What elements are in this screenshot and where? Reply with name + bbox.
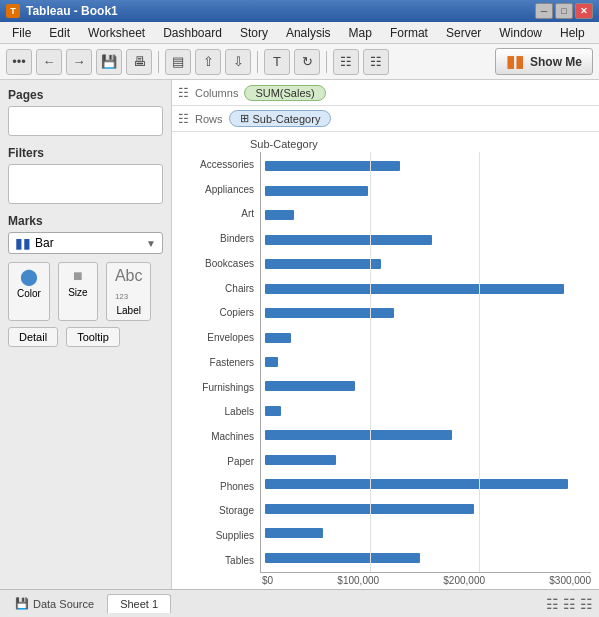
marks-buttons: ⬤ Color ■ Size Abc123 Label <box>8 262 163 321</box>
filters-section: Filters <box>8 146 163 204</box>
bar-row[interactable] <box>265 551 587 565</box>
y-axis-label: Paper <box>180 456 254 467</box>
title-bar: T Tableau - Book1 ─ □ ✕ <box>0 0 599 22</box>
menu-map[interactable]: Map <box>341 24 380 42</box>
menu-help[interactable]: Help <box>552 24 593 42</box>
bar <box>265 406 281 416</box>
menu-dashboard[interactable]: Dashboard <box>155 24 230 42</box>
bar <box>265 430 452 440</box>
bar <box>265 210 294 220</box>
chart-panel: ☷ Columns SUM(Sales) ☷ Rows ⊞ Sub-Catego… <box>172 80 599 589</box>
bar-row[interactable] <box>265 331 587 345</box>
x-axis-tick: $100,000 <box>337 575 379 586</box>
sort-ascending-button[interactable]: ⇧ <box>195 49 221 75</box>
bar <box>265 553 420 563</box>
duplicate-sheet-icon[interactable]: ☷ <box>563 596 576 612</box>
size-button[interactable]: ■ Size <box>58 262 98 321</box>
menu-server[interactable]: Server <box>438 24 489 42</box>
bar-row[interactable] <box>265 428 587 442</box>
bar-row[interactable] <box>265 233 587 247</box>
datasource-label: Data Source <box>33 598 94 610</box>
y-axis-label: Art <box>180 208 254 219</box>
columns-shelf: ☷ Columns SUM(Sales) <box>172 80 599 106</box>
app-icon: T <box>6 4 20 18</box>
new-dashboard-icon[interactable]: ☷ <box>580 596 593 612</box>
menu-worksheet[interactable]: Worksheet <box>80 24 153 42</box>
menu-file[interactable]: File <box>4 24 39 42</box>
datasource-tab[interactable]: 💾 Data Source <box>6 594 103 613</box>
bar-row[interactable] <box>265 355 587 369</box>
rows-pill[interactable]: ⊞ Sub-Category <box>229 110 332 127</box>
sheet1-tab[interactable]: Sheet 1 <box>107 594 171 613</box>
group-button[interactable]: ☷ <box>333 49 359 75</box>
bar <box>265 161 400 171</box>
sort-descending-button[interactable]: ⇩ <box>225 49 251 75</box>
new-sheet-icon[interactable]: ☷ <box>546 596 559 612</box>
menu-story[interactable]: Story <box>232 24 276 42</box>
bar-row[interactable] <box>265 159 587 173</box>
menu-format[interactable]: Format <box>382 24 436 42</box>
y-axis-label: Bookcases <box>180 258 254 269</box>
bar <box>265 235 432 245</box>
plus-icon: ⊞ <box>240 112 249 125</box>
refresh-button[interactable]: ↻ <box>294 49 320 75</box>
bar <box>265 308 394 318</box>
y-axis-label: Chairs <box>180 283 254 294</box>
y-axis-label: Supplies <box>180 530 254 541</box>
mark-type-dropdown[interactable]: ▮▮ Bar ▼ <box>8 232 163 254</box>
bar <box>265 357 278 367</box>
bar-mark-icon: ▮▮ <box>15 235 31 251</box>
cylinder-icon: 💾 <box>15 597 29 610</box>
bar <box>265 479 568 489</box>
left-panel: Pages Filters Marks ▮▮ Bar ▼ ⬤ Color ■ <box>0 80 172 589</box>
save-button[interactable]: 💾 <box>96 49 122 75</box>
bar-row[interactable] <box>265 404 587 418</box>
y-axis-label: Fasteners <box>180 357 254 368</box>
bar-row[interactable] <box>265 208 587 222</box>
menu-edit[interactable]: Edit <box>41 24 78 42</box>
bar-row[interactable] <box>265 526 587 540</box>
bar-row[interactable] <box>265 379 587 393</box>
show-me-button[interactable]: ▮▮ Show Me <box>495 48 593 75</box>
forward-button[interactable]: → <box>66 49 92 75</box>
mark-type-label: Bar <box>35 236 142 250</box>
close-button[interactable]: ✕ <box>575 3 593 19</box>
bar-row[interactable] <box>265 184 587 198</box>
maximize-button[interactable]: □ <box>555 3 573 19</box>
columns-pill[interactable]: SUM(Sales) <box>244 85 325 101</box>
tab-icons: ☷ ☷ ☷ <box>546 596 593 612</box>
pages-section: Pages <box>8 88 163 136</box>
window-title: Tableau - Book1 <box>26 4 118 18</box>
print-button[interactable]: 🖶 <box>126 49 152 75</box>
pages-dropzone[interactable] <box>8 106 163 136</box>
bar-row[interactable] <box>265 477 587 491</box>
menu-analysis[interactable]: Analysis <box>278 24 339 42</box>
x-axis-tick: $200,000 <box>443 575 485 586</box>
minimize-button[interactable]: ─ <box>535 3 553 19</box>
color-label: Color <box>17 288 41 299</box>
y-axis-label: Machines <box>180 431 254 442</box>
label-button[interactable]: Abc123 Label <box>106 262 152 321</box>
y-axis-label: Tables <box>180 555 254 566</box>
color-button[interactable]: ⬤ Color <box>8 262 50 321</box>
hierarchy-button[interactable]: ☷ <box>363 49 389 75</box>
new-data-source-button[interactable]: ••• <box>6 49 32 75</box>
menu-window[interactable]: Window <box>491 24 550 42</box>
bar <box>265 381 355 391</box>
bar-row[interactable] <box>265 453 587 467</box>
bar-row[interactable] <box>265 502 587 516</box>
add-labels-button[interactable]: T <box>264 49 290 75</box>
bar-row[interactable] <box>265 306 587 320</box>
back-button[interactable]: ← <box>36 49 62 75</box>
detail-button[interactable]: Detail <box>8 327 58 347</box>
y-axis-label: Furnishings <box>180 382 254 393</box>
show-summary-card-button[interactable]: ▤ <box>165 49 191 75</box>
filters-dropzone[interactable] <box>8 164 163 204</box>
y-axis-label: Labels <box>180 406 254 417</box>
tooltip-button[interactable]: Tooltip <box>66 327 120 347</box>
subcategory-header: Sub-Category <box>250 138 591 150</box>
x-axis-label: Sales <box>262 588 591 589</box>
bar-row[interactable] <box>265 282 587 296</box>
chart-area: Sub-Category AccessoriesAppliancesArtBin… <box>172 132 599 589</box>
bar-row[interactable] <box>265 257 587 271</box>
